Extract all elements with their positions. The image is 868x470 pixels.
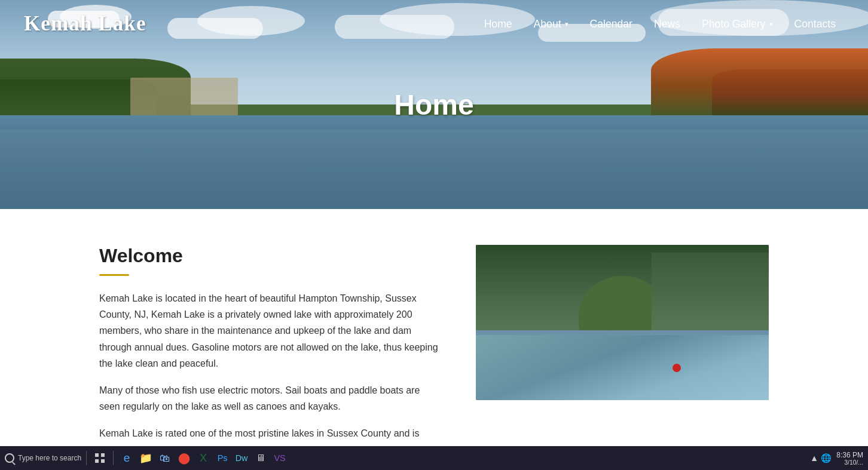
taskbar-clock: 8:36 PM 3/10/... — [836, 451, 863, 466]
welcome-underline — [99, 274, 129, 276]
nav-link-news[interactable]: News — [646, 13, 689, 35]
nav-item-contacts[interactable]: Contacts — [786, 13, 844, 35]
taskbar-time-display: 8:36 PM — [836, 451, 863, 459]
taskbar-icon-misc[interactable]: 🖥 — [252, 450, 269, 466]
taskbar-icon-excel[interactable]: X — [195, 450, 212, 466]
nav-link-photo-gallery[interactable]: Photo Gallery ▾ — [693, 13, 781, 35]
welcome-paragraph-1: Kemah Lake is located in the heart of be… — [99, 290, 440, 371]
taskbar-icon-ie[interactable]: e — [118, 450, 135, 466]
taskbar-icon-photoshop[interactable]: Ps — [214, 450, 231, 466]
taskbar-divider-2 — [113, 451, 114, 465]
taskbar-icon-chrome[interactable]: ⬤ — [176, 450, 192, 466]
navbar: Kemah Lake Home About ▾ Calendar News Ph… — [0, 0, 868, 48]
taskbar-search-label[interactable]: Type here to search — [18, 454, 81, 462]
nav-item-about[interactable]: About ▾ — [525, 13, 577, 35]
welcome-paragraph-2: Many of those who fish use electric moto… — [99, 382, 440, 414]
taskbar-icon-vs[interactable]: VS — [271, 450, 288, 466]
nav-link-calendar[interactable]: Calendar — [582, 13, 641, 35]
taskbar-date-display: 3/10/... — [836, 459, 863, 466]
chevron-down-icon: ▾ — [565, 20, 569, 28]
taskbar-icon-store[interactable]: 🛍 — [157, 450, 173, 466]
svg-rect-0 — [95, 453, 99, 457]
nav-link-about[interactable]: About ▾ — [525, 13, 577, 35]
nav-item-home[interactable]: Home — [476, 13, 521, 35]
welcome-heading: Welcome — [99, 245, 440, 267]
taskbar-system-icons: ▲ 🌐 — [810, 453, 832, 463]
nav-links: Home About ▾ Calendar News Photo Gallery… — [476, 13, 844, 35]
site-title[interactable]: Kemah Lake — [24, 12, 146, 36]
nav-link-contacts[interactable]: Contacts — [786, 13, 844, 35]
search-icon — [5, 453, 14, 463]
taskbar-icon-folder[interactable]: 📁 — [137, 450, 154, 466]
svg-rect-2 — [95, 459, 99, 463]
nav-item-news[interactable]: News — [646, 13, 689, 35]
taskbar: Type here to search e 📁 🛍 ⬤ X Ps Dw 🖥 VS… — [0, 446, 868, 470]
taskbar-icon-dw[interactable]: Dw — [233, 450, 250, 466]
img-forest-right — [652, 253, 769, 338]
hero-title: Home — [394, 88, 473, 121]
taskbar-divider-1 — [86, 451, 87, 465]
taskbar-wifi-icon: ▲ — [810, 453, 818, 463]
taskbar-network-icon: 🌐 — [821, 453, 832, 463]
nav-link-home[interactable]: Home — [476, 13, 521, 35]
chevron-down-icon-2: ▾ — [769, 20, 773, 28]
taskbar-right-area: ▲ 🌐 8:36 PM 3/10/... — [810, 451, 863, 466]
img-water-shimmer — [476, 335, 769, 400]
svg-rect-3 — [101, 459, 105, 463]
welcome-text-block: Welcome Kemah Lake is located in the hea… — [99, 245, 440, 470]
lake-aerial-image — [476, 245, 769, 400]
content-section: Welcome Kemah Lake is located in the hea… — [75, 209, 793, 470]
taskbar-search-area: Type here to search — [5, 453, 81, 463]
taskbar-icon-grid[interactable] — [91, 450, 108, 466]
nav-item-calendar[interactable]: Calendar — [582, 13, 641, 35]
content-image-container — [476, 245, 769, 400]
nav-item-photo-gallery[interactable]: Photo Gallery ▾ — [693, 13, 781, 35]
svg-rect-1 — [101, 453, 105, 457]
